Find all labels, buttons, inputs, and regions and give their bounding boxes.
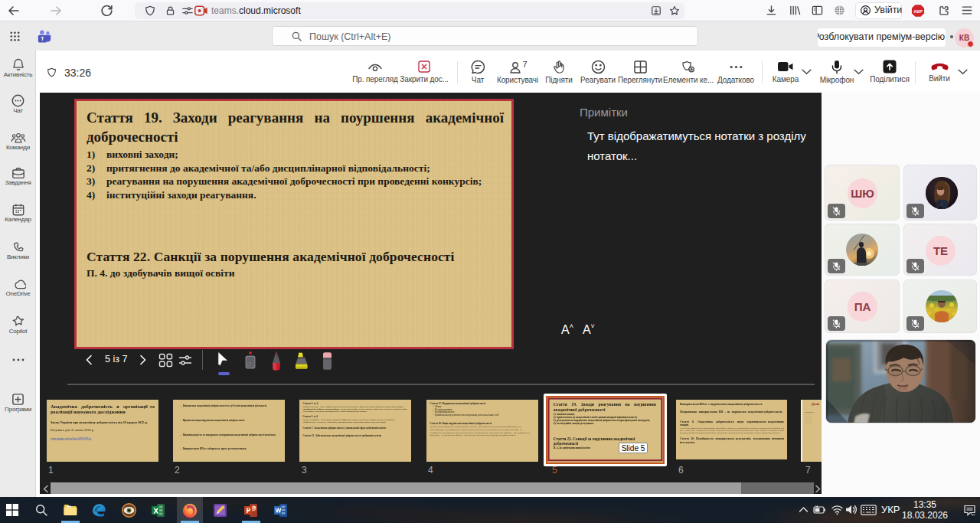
svg-text:T: T [41, 36, 44, 42]
svg-text:ABP: ABP [913, 9, 923, 14]
